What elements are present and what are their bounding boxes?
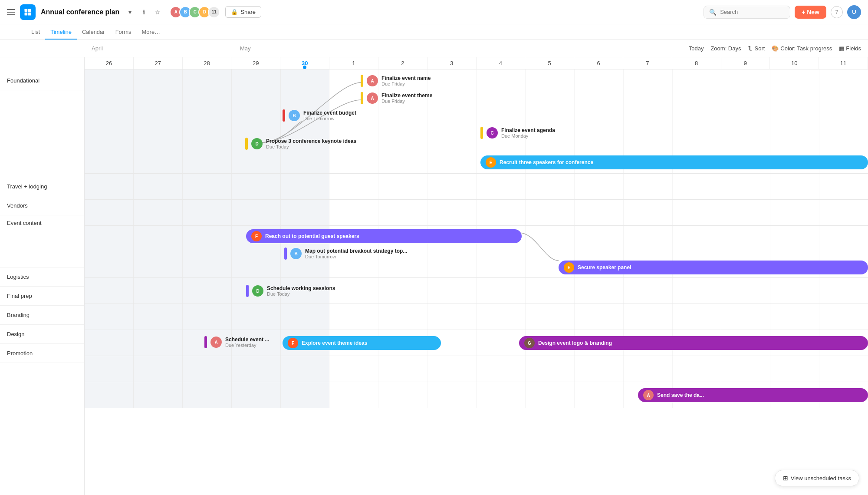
task-avatar: E [486, 157, 496, 168]
task-avatar: B [290, 248, 302, 259]
sidebar-item-vendors[interactable]: Vendors [0, 196, 84, 215]
hamburger-menu[interactable] [7, 9, 15, 15]
color-control[interactable]: 🎨 Color: Task progress [772, 45, 832, 52]
task-info: Finalize event agenda Due Monday [501, 127, 555, 139]
tab-forms[interactable]: Forms [110, 25, 137, 40]
task-avatar: G [524, 338, 535, 348]
task-secure-speaker-panel[interactable]: E Secure speaker panel [559, 261, 868, 274]
task-finalize-agenda[interactable]: C Finalize event agenda Due Monday [480, 127, 555, 139]
search-input[interactable] [720, 9, 785, 15]
date-27: 27 [134, 57, 183, 69]
task-info: Finalize event name Due Friday [381, 75, 431, 86]
view-unscheduled-label: View unscheduled tasks [791, 475, 851, 482]
task-name: Finalize event budget [303, 110, 356, 116]
task-due: Due Today [267, 291, 335, 297]
tab-more[interactable]: More… [137, 25, 166, 40]
svg-rect-0 [25, 9, 28, 12]
help-button[interactable]: ? [831, 6, 843, 18]
share-button[interactable]: 🔒 Share [225, 6, 261, 18]
date-2: 2 [378, 57, 427, 69]
date-26: 26 [85, 57, 134, 69]
app-header: Annual conference plan ▾ ℹ ☆ A B C D 11 … [0, 0, 868, 24]
header-right: 🔍 + New ? U [704, 5, 861, 19]
row-foundational: A Finalize event name Due Friday A Final… [85, 69, 868, 174]
row-travel [85, 174, 868, 200]
task-design-logo[interactable]: G Design event logo & branding [519, 336, 868, 350]
view-unscheduled-button[interactable]: ⊞ View unscheduled tasks [775, 470, 859, 486]
task-info: Propose 3 conference keynote ideas Due T… [266, 138, 356, 149]
task-avatar: A [367, 92, 378, 104]
task-due: Due Tomorrow [305, 254, 407, 259]
sidebar-item-logistics[interactable]: Logistics [0, 267, 84, 287]
task-avatar: D [251, 138, 263, 149]
search-box[interactable]: 🔍 [704, 6, 790, 19]
sidebar-item-travel[interactable]: Travel + lodging [0, 177, 84, 196]
tab-timeline[interactable]: Timeline [45, 25, 77, 40]
task-name: Send save the da... [657, 392, 704, 398]
tab-calendar[interactable]: Calendar [77, 25, 110, 40]
task-due: Due Monday [501, 133, 555, 139]
svg-rect-2 [25, 12, 28, 15]
sidebar-item-event-content[interactable]: Event content [0, 215, 84, 267]
task-recruit-speakers[interactable]: E Recruit three speakers for conference [480, 155, 868, 169]
today-button[interactable]: Today [689, 45, 704, 52]
task-schedule-working[interactable]: D Schedule working sessions Due Today [246, 285, 335, 297]
user-avatar[interactable]: U [847, 5, 861, 19]
task-info: Finalize event budget Due Tomorrow [303, 110, 356, 121]
task-map-breakout[interactable]: B Map out potential breakout strategy to… [284, 248, 407, 260]
sidebar-item-promotion[interactable]: Promotion [0, 344, 84, 363]
sidebar: Foundational Travel + lodging Vendors Ev… [0, 57, 85, 495]
task-avatar: F [251, 231, 262, 241]
lock-icon: 🔒 [231, 9, 238, 15]
task-name: Design event logo & branding [538, 340, 612, 346]
task-info: Map out potential breakout strategy top.… [305, 248, 407, 259]
task-send-save-date[interactable]: A Send save the da... [638, 388, 868, 402]
star-icon[interactable]: ☆ [152, 7, 163, 17]
svg-rect-1 [28, 9, 31, 12]
date-8: 8 [672, 57, 721, 69]
row-event-content: F Reach out to potential guest speakers … [85, 226, 868, 278]
collaborator-count[interactable]: 11 [208, 6, 220, 18]
task-name: Finalize event agenda [501, 127, 555, 133]
sidebar-item-branding[interactable]: Branding [0, 306, 84, 325]
task-schedule-event[interactable]: A Schedule event ... Due Yesterday [204, 336, 269, 348]
tab-list[interactable]: List [26, 25, 45, 40]
date-29: 29 [231, 57, 280, 69]
date-3: 3 [427, 57, 477, 69]
sidebar-item-final-prep[interactable]: Final prep [0, 287, 84, 306]
task-name: Secure speaker panel [578, 264, 631, 271]
main-area: Foundational Travel + lodging Vendors Ev… [0, 57, 868, 495]
zoom-control[interactable]: Zoom: Days [710, 45, 741, 52]
new-button[interactable]: + New [795, 6, 826, 19]
info-icon[interactable]: ℹ [138, 7, 149, 17]
task-avatar: A [210, 337, 222, 348]
sidebar-item-design[interactable]: Design [0, 325, 84, 344]
task-finalize-theme[interactable]: A Finalize event theme Due Friday [361, 92, 432, 104]
controls-right: Today Zoom: Days ⇅ Sort 🎨 Color: Task pr… [689, 45, 861, 52]
sort-control[interactable]: ⇅ Sort [748, 45, 765, 52]
date-11: 11 [819, 57, 868, 69]
nav-tabs: List Timeline Calendar Forms More… [0, 24, 868, 40]
task-finalize-budget[interactable]: B Finalize event budget Due Tomorrow [283, 109, 356, 122]
date-9: 9 [721, 57, 770, 69]
date-6: 6 [574, 57, 623, 69]
row-design [85, 356, 868, 382]
sidebar-item-foundational[interactable]: Foundational [0, 71, 84, 90]
project-title: Annual conference plan [41, 8, 119, 16]
task-due: Due Friday [381, 99, 432, 104]
task-explore-theme[interactable]: F Explore event theme ideas [283, 336, 441, 350]
date-30: 30 [280, 57, 329, 69]
date-28: 28 [183, 57, 232, 69]
task-finalize-name[interactable]: A Finalize event name Due Friday [361, 75, 431, 87]
fields-control[interactable]: ▦ Fields [839, 45, 861, 52]
task-name: Propose 3 conference keynote ideas [266, 138, 356, 144]
task-info: Schedule event ... Due Yesterday [225, 337, 269, 348]
search-icon: 🔍 [709, 9, 717, 16]
grid-body: A Finalize event name Due Friday A Final… [85, 69, 868, 408]
dropdown-icon[interactable]: ▾ [125, 7, 135, 17]
date-4: 4 [477, 57, 526, 69]
task-reach-out-speakers[interactable]: F Reach out to potential guest speakers [246, 229, 522, 243]
task-propose-keynote[interactable]: D Propose 3 conference keynote ideas Due… [245, 138, 356, 150]
task-avatar: B [289, 110, 300, 121]
task-avatar: A [367, 75, 378, 86]
